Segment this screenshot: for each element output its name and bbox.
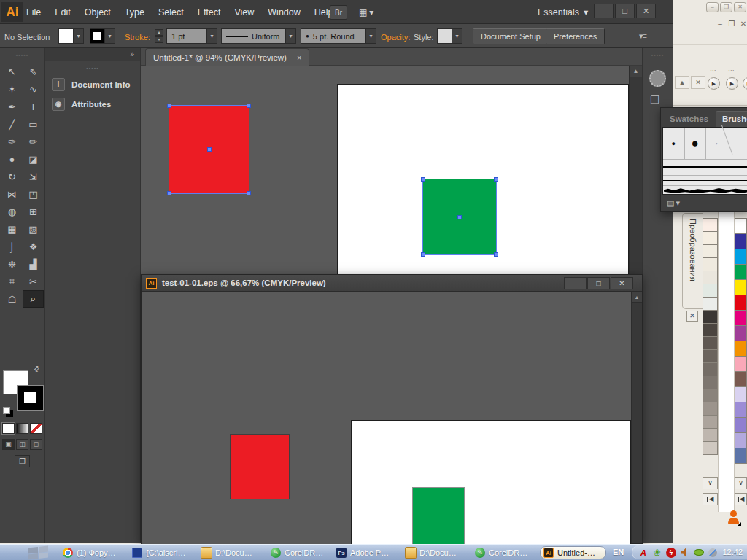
language-indicator[interactable]: EN (613, 548, 624, 556)
palette-swatch[interactable] (735, 264, 747, 280)
clock[interactable]: 12:42 (722, 548, 743, 556)
menu-file[interactable]: File (26, 7, 41, 18)
palette-swatch[interactable] (703, 441, 718, 455)
palette-start-button[interactable]: ◀ (735, 493, 747, 505)
blob-brush-tool[interactable]: ● (1, 150, 23, 168)
gradient-button[interactable] (16, 423, 28, 434)
tab-swatches[interactable]: Swatches (664, 112, 714, 127)
chevron-down-icon[interactable]: ▾ (74, 28, 84, 44)
lasso-tool[interactable]: ∿ (23, 80, 44, 98)
palette-swatch[interactable] (735, 249, 747, 265)
download-manager-tray-icon[interactable]: ϟ (666, 548, 676, 558)
palette-start-button[interactable]: ◀ (703, 493, 718, 505)
brush-item[interactable]: ● (663, 128, 685, 159)
chevron-down-icon[interactable]: ▾ (286, 28, 296, 44)
menu-object[interactable]: Object (85, 7, 111, 18)
rotate-tool[interactable]: ↻ (1, 168, 23, 185)
minimize-button[interactable]: – (564, 277, 587, 289)
brush-item[interactable] (663, 160, 747, 176)
bridge-button[interactable]: Br (330, 5, 347, 20)
fill-swatch[interactable] (58, 28, 74, 44)
line-segment-tool[interactable]: ╱ (1, 115, 23, 133)
palette-swatch[interactable] (703, 284, 718, 298)
default-fill-stroke-icon[interactable] (3, 407, 10, 414)
direct-selection-tool[interactable]: ⇖ (23, 63, 44, 80)
maximize-button[interactable]: □ (587, 277, 610, 289)
blend-tool[interactable]: ❖ (23, 238, 44, 255)
palette-swatch[interactable] (703, 336, 718, 350)
green-square-object[interactable] (422, 179, 497, 255)
palette-swatch[interactable] (735, 371, 747, 387)
brush-item[interactable] (663, 176, 747, 186)
pencil-tool[interactable]: ✏ (23, 133, 44, 150)
menu-effect[interactable]: Effect (198, 7, 221, 18)
palette-swatch[interactable] (703, 271, 718, 284)
palette-swatch[interactable] (735, 233, 747, 249)
palette-swatch[interactable] (703, 389, 718, 402)
taskbar-button-photoshop[interactable]: Ps Adobe P… (333, 546, 400, 559)
docker-tab-transformations[interactable]: Преобразования (682, 213, 703, 309)
screen-mode-button[interactable]: ❐ (15, 455, 30, 467)
zoom-tool[interactable]: ⌕ (23, 290, 44, 308)
eyedropper-tool[interactable]: ⌡ (1, 238, 23, 255)
draw-inside-button[interactable]: ◻ (30, 439, 42, 450)
fill-color-combo[interactable]: ▾ (58, 28, 84, 44)
volume-orb-tray-icon[interactable] (708, 548, 718, 558)
acrobat-tray-icon[interactable]: A (638, 548, 649, 558)
workspace-switcher[interactable]: Essentials ▾ (527, 0, 588, 24)
taskbar-button-illustrator-active[interactable]: Ai Untitled-… (540, 546, 606, 559)
gradient-tool[interactable]: ▨ (23, 220, 44, 238)
taskbar-button-folder-2[interactable]: D:\Docu… (403, 546, 469, 559)
collapse-dock-icon[interactable]: » (130, 50, 134, 58)
stroke-swatch[interactable] (90, 28, 105, 44)
close-button[interactable]: ✕ (738, 18, 747, 30)
minimize-button[interactable]: – (594, 4, 614, 18)
maximize-button[interactable]: □ (615, 4, 635, 18)
taskbar-button-folder-1[interactable]: D:\Docu… (198, 546, 265, 559)
opacity-link[interactable]: Opacity: (381, 33, 410, 42)
width-profile-combo[interactable]: Uniform ▾ (221, 28, 296, 44)
paintbrush-tool[interactable]: ✑ (1, 133, 23, 150)
stroke-weight-combo[interactable]: 1 pt ▾ (166, 28, 217, 44)
slice-tool[interactable]: ✂ (23, 273, 44, 290)
chevron-down-icon[interactable]: ▾ (366, 28, 376, 44)
green-oval-tray-icon[interactable] (694, 548, 704, 558)
menu-edit[interactable]: Edit (55, 7, 71, 18)
palette-swatch[interactable] (703, 244, 718, 258)
menu-view[interactable]: View (234, 7, 254, 18)
palette-swatch[interactable] (703, 415, 718, 429)
palette-swatch[interactable] (735, 325, 747, 341)
style-combo[interactable]: ▾ (437, 28, 462, 44)
shape-builder-tool[interactable]: ◍ (1, 203, 23, 220)
palette-scroll-down-button[interactable]: ∨ (735, 477, 747, 489)
corel-up-button[interactable]: ▲ (675, 76, 689, 89)
green-square-object[interactable] (412, 487, 465, 544)
palette-swatch[interactable] (735, 432, 747, 448)
stroke-weight-stepper[interactable]: ▴ ▾ (155, 29, 163, 43)
style-swatch[interactable] (437, 28, 452, 44)
play-macro-button[interactable]: ▶ (743, 77, 747, 90)
palette-swatch[interactable] (703, 349, 718, 363)
palette-swatch[interactable] (735, 218, 747, 234)
preferences-button[interactable]: Preferences (546, 28, 605, 44)
close-icon[interactable]: × (297, 53, 301, 62)
brush-definition-value[interactable]: ●5 pt. Round (301, 28, 366, 44)
taskbar-button-chrome[interactable]: (1) Фору… (60, 546, 126, 559)
pen-tool[interactable]: ✒ (1, 98, 23, 115)
menu-select[interactable]: Select (158, 7, 184, 18)
draw-behind-button[interactable]: ◫ (16, 439, 28, 450)
palette-swatch[interactable] (735, 310, 747, 326)
panel-item-document-info[interactable]: i Document Info (45, 74, 140, 94)
menu-type[interactable]: Type (125, 7, 144, 18)
restore-button[interactable]: ❐ (727, 18, 737, 30)
speaker-tray-icon[interactable] (680, 548, 690, 558)
swap-fill-stroke-icon[interactable]: ⇄ (31, 364, 42, 374)
none-button[interactable] (30, 423, 42, 434)
chevron-down-icon[interactable]: ▾ (105, 28, 115, 44)
mesh-tool[interactable]: ▦ (1, 220, 23, 238)
palette-swatch[interactable] (735, 417, 747, 433)
vertical-scrollbar[interactable]: ▲ (631, 292, 642, 543)
palette-swatch[interactable] (703, 218, 718, 232)
chevron-down-icon[interactable]: ▾ (676, 198, 680, 208)
color-panel-icon[interactable] (649, 70, 666, 87)
